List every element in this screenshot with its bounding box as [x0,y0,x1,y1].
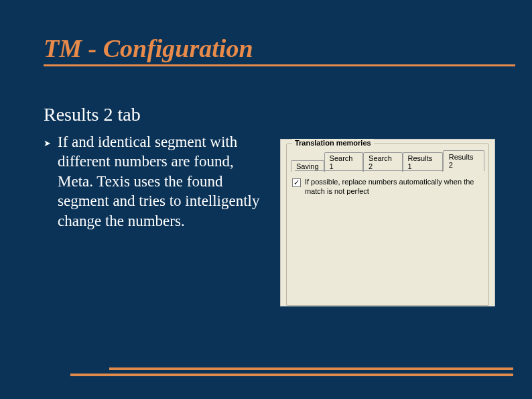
footer-bar-bottom [70,374,513,376]
content-columns: ➤ If and identical segment with differen… [44,132,495,306]
footer-bar-top [109,367,513,370]
replace-numbers-label: If possible, replace numbers automatical… [305,178,479,196]
tab-results2[interactable]: Results 2 [443,150,484,171]
footer-decoration [70,367,513,376]
tab-content: ✓ If possible, replace numbers automatic… [291,175,484,199]
tab-search2[interactable]: Search 2 [363,152,402,172]
config-panel: Translation memories Saving Search 1 Sea… [280,139,495,306]
tab-results1[interactable]: Results 1 [403,152,443,172]
left-column: ➤ If and identical segment with differen… [44,132,268,306]
slide-subhead: Results 2 tab [44,104,495,125]
slide: TM - Configuration Results 2 tab ➤ If an… [0,0,532,399]
slide-title: TM - Configuration [44,34,495,63]
title-underline [44,64,515,66]
checkbox-row: ✓ If possible, replace numbers automatic… [292,178,483,196]
panel-groupbox: Translation memories Saving Search 1 Sea… [286,144,489,306]
tab-strip: Saving Search 1 Search 2 Results 1 Resul… [291,158,484,171]
panel-legend: Translation memories [292,139,374,147]
replace-numbers-checkbox[interactable]: ✓ [292,178,301,187]
bullet-item: ➤ If and identical segment with differen… [44,132,268,231]
bullet-text: If and identical segment with different … [58,132,268,231]
tab-search1[interactable]: Search 1 [324,152,363,172]
bullet-icon: ➤ [44,138,51,149]
